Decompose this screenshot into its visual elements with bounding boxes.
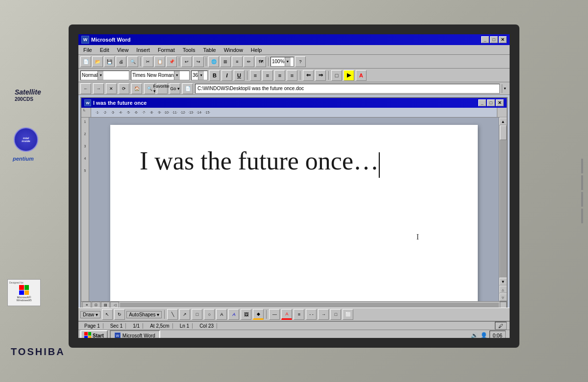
favorites-button[interactable]: Favorites ▾ (157, 83, 168, 94)
autoshapes-label[interactable]: AutoShapes ▾ (126, 311, 162, 318)
restore-button[interactable]: □ (490, 36, 498, 43)
print-preview-button[interactable]: 🔍 (127, 56, 138, 67)
arrow-tool-button[interactable]: ↗ (179, 309, 190, 320)
oval-tool-button[interactable]: ○ (204, 309, 215, 320)
menu-tools[interactable]: Tools (180, 47, 198, 53)
underline-button[interactable]: U (234, 70, 245, 81)
zoom-dropdown-arrow[interactable]: ▼ (285, 57, 291, 66)
menu-help[interactable]: Help (248, 47, 265, 53)
satellite-text: Satellite (15, 88, 41, 96)
rect-tool-button[interactable]: □ (192, 309, 202, 320)
shadow-button[interactable]: □ (330, 309, 341, 320)
home-button[interactable]: 🏠 (131, 83, 142, 94)
taskbar-word-item[interactable]: W Microsoft Word (110, 330, 160, 338)
refresh-button[interactable]: ⟳ (119, 83, 129, 94)
align-center-button[interactable]: ≡ (262, 70, 273, 81)
zoom-select[interactable]: 100% ▼ (270, 57, 294, 67)
format-toolbar: Normal ▼ Times New Roman ▼ 36 ▼ B I U (78, 69, 510, 82)
scroll-page-up-button[interactable]: △ (499, 286, 507, 293)
select-tool-button[interactable]: ↖ (102, 309, 113, 320)
document-content-area: 1 2 3 4 5 I was the future once… (81, 118, 507, 301)
clip-art-button[interactable]: 🖼 (241, 309, 251, 320)
bold-button[interactable]: B (209, 70, 220, 81)
draw-label[interactable]: Draw ▾ (80, 311, 100, 318)
fill-color-button[interactable]: ◆ (253, 309, 264, 320)
doc-title-buttons[interactable]: _ □ ✕ (478, 99, 504, 106)
dash-style-button[interactable]: - - (306, 309, 317, 320)
size-dropdown-arrow[interactable]: ▼ (198, 71, 204, 80)
line-style-button[interactable]: ≡ (294, 309, 304, 320)
redo-button[interactable]: ↪ (193, 56, 204, 67)
address-input[interactable]: C:\WINDOWS\Desktop\I was the future once… (195, 84, 500, 94)
cut-button[interactable]: ✂ (143, 56, 153, 67)
help-button[interactable]: ? (295, 56, 306, 67)
undo-button[interactable]: ↩ (181, 56, 192, 67)
menu-format[interactable]: Format (155, 47, 178, 53)
page-area[interactable]: I was the future once… I (89, 118, 499, 301)
style-dropdown-arrow[interactable]: ▼ (98, 71, 103, 80)
menu-table[interactable]: Table (200, 47, 219, 53)
print-button[interactable]: 🖨 (116, 56, 126, 67)
vertical-scrollbar[interactable]: ▲ ▼ △ ▽ (499, 118, 507, 301)
font-select[interactable]: Times New Roman ▼ (131, 71, 190, 80)
open-button[interactable]: 📂 (92, 56, 103, 67)
address-dropdown-arrow[interactable]: ▼ (502, 84, 508, 93)
web-button[interactable]: 🌐 (208, 56, 219, 67)
align-right-button[interactable]: ≡ (274, 70, 285, 81)
minimize-button[interactable]: _ (481, 36, 489, 43)
highlight-button[interactable]: ▶ (343, 70, 354, 81)
scroll-down-button[interactable]: ▼ (499, 278, 507, 286)
forward-button[interactable]: → (93, 83, 104, 94)
drawing-button[interactable]: ✏ (244, 56, 254, 67)
menu-view[interactable]: View (114, 47, 132, 53)
stop-button[interactable]: ✕ (106, 83, 117, 94)
menu-window[interactable]: Window (221, 47, 246, 53)
scroll-page-down-button[interactable]: ▽ (499, 293, 507, 301)
font-color-button[interactable]: A (356, 70, 367, 81)
line-color-button[interactable]: — (269, 309, 280, 320)
title-bar-buttons[interactable]: _ □ ✕ (481, 36, 507, 43)
start-button[interactable]: Start (80, 330, 108, 338)
textbox-button[interactable]: A (216, 309, 227, 320)
save-button[interactable]: 💾 (104, 56, 115, 67)
scroll-thumb[interactable] (500, 125, 507, 140)
doc-minimize-button[interactable]: _ (478, 99, 486, 106)
italic-button[interactable]: I (221, 70, 232, 81)
document-map-button[interactable]: 🗺 (255, 56, 266, 67)
back-button[interactable]: ← (80, 83, 91, 94)
line-tool-button[interactable]: ╲ (167, 309, 178, 320)
document-text[interactable]: I was the future once… (140, 144, 448, 178)
columns-button[interactable]: ≡ (232, 56, 243, 67)
align-left-button[interactable]: ≡ (250, 70, 261, 81)
font-color-btn[interactable]: A (281, 309, 292, 320)
style-select[interactable]: Normal ▼ (80, 71, 129, 80)
justify-button[interactable]: ≡ (287, 70, 297, 81)
paste-button[interactable]: 📌 (166, 56, 177, 67)
menu-insert[interactable]: Insert (133, 47, 153, 53)
3d-button[interactable]: ⬜ (343, 309, 353, 320)
close-button[interactable]: ✕ (499, 36, 507, 43)
horizontal-scroll-track[interactable] (120, 303, 499, 308)
font-dropdown-arrow[interactable]: ▼ (174, 71, 180, 80)
indent-decrease-button[interactable]: ⇐ (303, 70, 314, 81)
size-select[interactable]: 36 ▼ (191, 71, 208, 80)
doc-close-button[interactable]: ✕ (496, 99, 504, 106)
copy-button[interactable]: 📋 (154, 56, 165, 67)
borders-button[interactable]: □ (331, 70, 342, 81)
rotate-button[interactable]: ↻ (114, 309, 125, 320)
wordart-button[interactable]: A (228, 309, 239, 320)
arrow-style-button[interactable]: → (318, 309, 329, 320)
scroll-track[interactable] (500, 125, 507, 278)
doc-maximize-button[interactable]: □ (487, 99, 495, 106)
table-button[interactable]: ⊞ (220, 56, 231, 67)
menu-file[interactable]: File (80, 47, 95, 53)
style-value: Normal (82, 72, 98, 78)
indent-increase-button[interactable]: ⇒ (315, 70, 326, 81)
document-page[interactable]: I was the future once… I (110, 125, 478, 301)
line-status: Ln 1 (177, 323, 193, 329)
menu-edit[interactable]: Edit (97, 47, 112, 53)
go-button[interactable]: Go ▾ (170, 83, 180, 94)
scroll-up-button[interactable]: ▲ (499, 118, 507, 125)
taskbar-word-label: Microsoft Word (122, 333, 155, 338)
new-button[interactable]: 📄 (80, 56, 91, 67)
